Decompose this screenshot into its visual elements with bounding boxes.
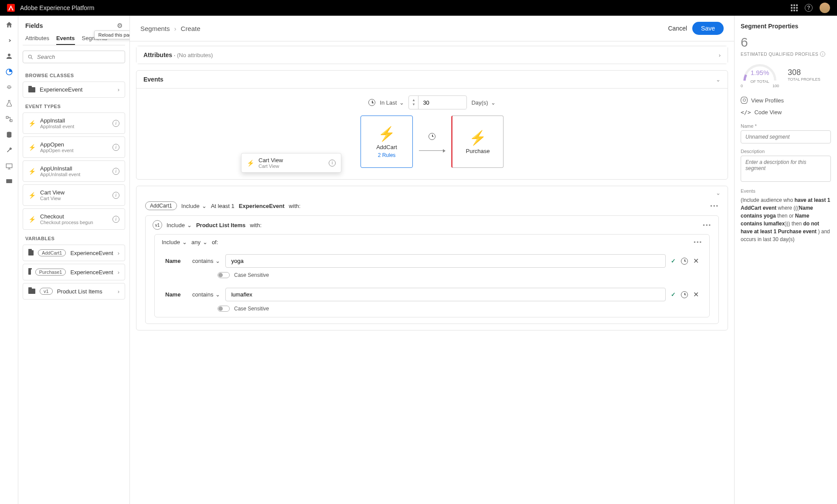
app-title: Adobe Experience Platform [20, 4, 94, 11]
var-v1[interactable]: v1 Product List Items › [23, 283, 125, 300]
close-icon[interactable]: ✕ [693, 290, 699, 299]
event-appuninstall[interactable]: ⚡ AppUnInstallAppUnInstall event i [23, 160, 125, 182]
monitor-icon[interactable] [5, 162, 13, 170]
any-select[interactable]: any ⌄ [191, 239, 208, 245]
attributes-panel: Attributes · (No attributes) › [136, 46, 728, 64]
desktop-icon[interactable] [5, 178, 13, 186]
cond-value-input[interactable] [225, 254, 666, 268]
time-unit-select[interactable]: Day(s) ⌄ [471, 99, 495, 106]
chevron-right-icon: › [118, 269, 119, 276]
class-experienceevent[interactable]: ExperienceEvent › [23, 82, 125, 98]
include-select[interactable]: Include ⌄ [167, 222, 192, 228]
fields-title: Fields [25, 22, 43, 29]
more-menu[interactable]: ••• [710, 203, 719, 209]
gear-icon[interactable]: ⚙ [117, 22, 122, 30]
info-icon[interactable]: i [112, 168, 119, 175]
est-profiles-label: ESTIMATED QUALIFIED PROFILESi [741, 51, 831, 57]
folder-icon [28, 269, 31, 275]
chevron-down-icon: ⌄ [399, 99, 404, 106]
bolt-icon: ⚡ [469, 129, 487, 146]
var-purchase1[interactable]: Purchase1 ExperienceEvent › [23, 264, 125, 280]
clock-icon[interactable] [681, 291, 688, 298]
fingerprint-icon[interactable] [5, 84, 13, 92]
info-icon[interactable]: i [329, 160, 336, 167]
event-cartview[interactable]: ⚡ Cart ViewCart View i [23, 184, 125, 206]
segment-name-input[interactable] [741, 130, 831, 143]
segment-desc-input[interactable] [741, 156, 831, 182]
user-icon[interactable] [5, 52, 13, 60]
code-icon: </> [741, 109, 751, 116]
more-menu[interactable]: ••• [703, 222, 711, 228]
segment-icon[interactable] [5, 68, 13, 76]
clock-icon[interactable] [429, 133, 436, 140]
database-icon[interactable] [5, 131, 13, 139]
code-view-link[interactable]: </>Code View [741, 106, 831, 118]
beaker-icon[interactable] [5, 99, 13, 107]
event-checkout[interactable]: ⚡ CheckoutCheckout process begun i [23, 208, 125, 230]
info-icon[interactable]: i [112, 192, 119, 199]
adobe-logo-icon [7, 4, 15, 12]
more-menu[interactable]: ••• [694, 239, 702, 245]
sub-rule-tag[interactable]: v1 [153, 220, 162, 230]
info-icon[interactable]: i [820, 51, 825, 57]
home-icon[interactable] [5, 21, 13, 29]
operator-select[interactable]: contains ⌄ [192, 258, 220, 264]
bolt-icon: ⚡ [28, 120, 36, 127]
drag-item-cartview[interactable]: ⚡ Cart ViewCart View i [241, 153, 341, 173]
time-mode-select[interactable]: In Last ⌄ [380, 99, 404, 106]
time-value-input[interactable]: ▲▼ [408, 95, 467, 109]
event-appopen[interactable]: ⚡ AppOpenAppOpen event i [23, 136, 125, 158]
collapse-button[interactable]: ⌄ [136, 186, 728, 196]
topbar: Adobe Experience Platform ? [0, 0, 837, 16]
close-icon[interactable]: ✕ [693, 257, 699, 265]
search-icon [27, 54, 34, 60]
attributes-panel-header[interactable]: Attributes · (No attributes) › [136, 46, 728, 64]
event-appinstall[interactable]: ⚡ AppInstallAppInstall event i [23, 112, 125, 134]
stepper-icon[interactable]: ▲▼ [409, 96, 418, 109]
operator-select[interactable]: contains ⌄ [192, 291, 220, 298]
case-toggle[interactable] [218, 306, 230, 312]
arrow-icon[interactable] [5, 37, 13, 44]
events-panel-header[interactable]: Events ⌄ [136, 71, 728, 88]
chevron-right-icon: › [174, 25, 177, 32]
info-icon[interactable]: i [112, 216, 119, 223]
info-icon[interactable]: i [112, 144, 119, 151]
cancel-button[interactable]: Cancel [668, 25, 687, 32]
search-input[interactable] [23, 51, 125, 63]
check-icon: ✓ [671, 291, 676, 298]
svg-rect-1 [6, 116, 8, 119]
variables-label: VARIABLES [25, 236, 122, 241]
cond-field: Name [165, 258, 187, 264]
clock-icon[interactable] [681, 258, 688, 265]
cond-value-input[interactable] [225, 288, 666, 301]
event-types-label: EVENT TYPES [25, 104, 122, 109]
chevron-right-icon: › [118, 288, 119, 295]
properties-panel: Segment Properties 6 ESTIMATED QUALIFIED… [734, 16, 837, 504]
avatar[interactable] [820, 3, 830, 13]
apps-icon[interactable] [791, 4, 798, 11]
svg-rect-2 [10, 120, 12, 122]
case-toggle[interactable] [218, 272, 230, 278]
events-panel: Events ⌄ In Last ⌄ ▲▼ Day(s) ⌄ [136, 70, 728, 180]
breadcrumb-parent[interactable]: Segments [140, 25, 170, 32]
save-button[interactable]: Save [692, 22, 724, 35]
rule-tag[interactable]: AddCart1 [145, 201, 177, 210]
tab-attributes[interactable]: Attributes [25, 32, 49, 45]
tab-events[interactable]: Events [56, 32, 75, 45]
wrench-icon[interactable] [5, 146, 13, 154]
view-profiles-link[interactable]: View Profiles [741, 94, 831, 106]
include-select[interactable]: Include ⌄ [181, 203, 207, 209]
var-addcart1[interactable]: AddCart1 ExperienceEvent › [23, 245, 125, 261]
include-select[interactable]: Include ⌄ [162, 239, 187, 245]
bolt-icon: ⚡ [247, 160, 254, 167]
sources-icon[interactable] [5, 115, 13, 123]
help-icon[interactable]: ? [805, 4, 813, 12]
info-icon[interactable]: i [112, 120, 119, 127]
check-icon: ✓ [671, 258, 676, 264]
bolt-icon: ⚡ [28, 192, 36, 199]
bolt-icon: ⚡ [378, 126, 395, 142]
browse-classes-label: BROWSE CLASSES [25, 73, 122, 78]
event-card-addcart[interactable]: ⚡ AddCart 2 Rules [361, 116, 413, 168]
event-card-purchase[interactable]: ⚡ Purchase [451, 116, 504, 168]
nav-rail [0, 16, 18, 504]
